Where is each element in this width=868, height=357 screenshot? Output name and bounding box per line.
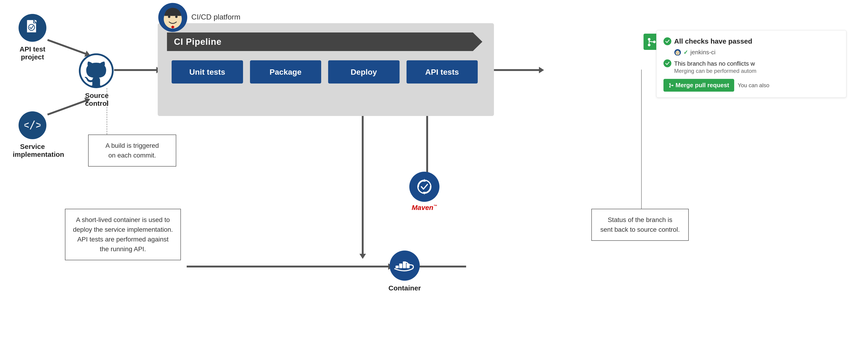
package-stage: Package [250,60,321,84]
svg-point-22 [677,52,677,53]
line-github-to-build-trigger [107,88,107,139]
jenkins-ci-row: ✓ jenkins-ci [663,49,839,56]
checks-green-circle [663,37,671,45]
svg-rect-11 [396,266,399,268]
branch-sub-text: Merging can be performed autom [674,68,756,74]
maven-icon-container: Maven™ [406,172,443,212]
status-branch-annotation: Status of the branch issent back to sour… [591,209,689,241]
service-impl-icon: </> [19,111,46,139]
unit-tests-stage: Unit tests [172,60,243,84]
diagram-container: API test project </> Service implementat… [0,0,868,357]
svg-point-6 [175,16,177,18]
pipeline-stages: Unit tests Package Deploy API tests [167,60,482,84]
branch-no-conflict-row: This branch has no conflicts w Merging c… [663,59,839,74]
maven-circle [409,172,439,202]
status-branch-text: Status of the branch issent back to sour… [600,216,680,233]
merge-button-label: Merge pull request [676,82,729,89]
arrow-api-to-github [47,39,87,55]
build-trigger-text: A build is triggeredon each commit. [105,142,159,159]
checks-passed-text: All checks have passed [674,37,752,45]
api-tests-stage: API tests [406,60,478,84]
svg-point-5 [168,16,170,18]
arrow-shortlived-to-container [187,266,390,267]
github-source-control-icon [79,53,114,88]
arrow-github-to-cicd [114,69,158,71]
svg-point-17 [648,43,650,46]
container-label: Container [385,284,424,292]
maven-label: Maven™ [406,204,443,212]
arrow-apitests-to-maven [426,116,428,177]
svg-point-15 [409,266,411,268]
service-impl-label: Service implementation [13,143,52,158]
checks-passed-header: All checks have passed [663,37,839,45]
merge-also-text: You can also [738,82,770,89]
arrow-pipeline-to-right [494,69,540,71]
build-trigger-annotation: A build is triggeredon each commit. [88,135,176,167]
arrow-deploy-to-container [362,116,364,255]
branch-no-conflict-text: This branch has no conflicts w [674,59,756,68]
svg-point-23 [678,52,679,53]
docker-container-icon [390,250,420,281]
short-lived-text: A short-lived container is used todeploy… [73,216,173,252]
pr-panel: All checks have passed ✓ jenkins-ci [656,30,846,98]
short-lived-annotation: A short-lived container is used todeploy… [65,209,181,260]
api-test-project-label: API test project [13,45,52,61]
svg-rect-12 [399,264,402,268]
merge-pull-request-button[interactable]: Merge pull request [663,79,734,92]
ci-pipeline-banner: CI Pipeline [167,32,482,51]
jenkins-icon-container [158,2,188,32]
svg-point-21 [676,51,680,55]
svg-point-16 [648,38,650,40]
branch-conflict-circle [663,59,671,67]
line-pipeline-to-status [641,69,642,218]
merge-row: Merge pull request You can also [663,79,839,92]
jenkins-ci-label: jenkins-ci [690,49,715,56]
cicd-platform-label: CI/CD platform [191,13,241,21]
api-test-project-icon [19,14,46,42]
ci-pipeline-text: CI Pipeline [174,37,221,47]
deploy-stage: Deploy [328,60,400,84]
source-control-label: Source control [78,92,116,108]
svg-text:</>: </> [24,119,40,131]
